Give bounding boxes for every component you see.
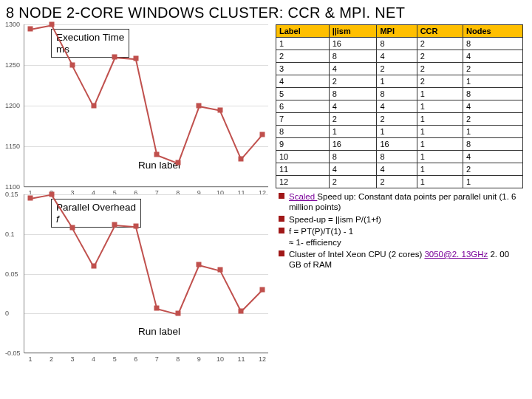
chart1-overlay-l1: Execution Time	[56, 32, 124, 43]
table-row: 28424	[276, 50, 523, 63]
overhead-chart: Parallel Overhead f Run label -0.0500.05…	[24, 194, 268, 353]
note-4: Cluster of Intel Xeon CPU (2 cores) 3050…	[279, 249, 523, 270]
table-row: 114412	[276, 163, 523, 176]
table-row: 9161618	[276, 138, 523, 151]
chart2-overlay: Parallel Overhead f	[51, 199, 141, 228]
table-row: 34222	[276, 63, 523, 75]
data-point	[260, 132, 265, 137]
note-2: Speed-up = ||ism P/(1+f)	[279, 214, 523, 225]
table-header: CCR	[417, 25, 463, 38]
table-row: 122211	[276, 176, 523, 188]
chart2-overlay-l1: Parallel Overhead	[56, 202, 136, 213]
table-header: MPI	[377, 25, 417, 38]
table-row: 64414	[276, 100, 523, 113]
table-header: Nodes	[463, 25, 523, 38]
charts-column: Execution Time ms Run label 110011501200…	[6, 24, 268, 353]
table-row: 108814	[276, 151, 523, 163]
chart2-overlay-l2: f	[56, 214, 59, 225]
note-1: Scaled Speed up: Constant data points pe…	[279, 191, 523, 213]
exec-time-chart: Execution Time ms Run label 110011501200…	[24, 24, 268, 187]
chart1-overlay: Execution Time ms	[51, 29, 129, 58]
slide-title: 8 NODE 2-CORE WINDOWS CLUSTER: CCR & MPI…	[6, 4, 526, 21]
chart2-runlabel: Run label	[135, 325, 183, 338]
data-point	[260, 287, 265, 293]
table-row: 116828	[276, 38, 523, 50]
notes-list: Scaled Speed up: Constant data points pe…	[276, 191, 523, 270]
table-row: 58818	[276, 88, 523, 100]
note-3: f = PT(P)/T(1) - 1≈ 1- efficiency	[279, 226, 523, 248]
right-column: Label||ismMPICCRNodes 116828284243422242…	[276, 24, 523, 353]
table-header: Label	[276, 25, 330, 38]
table-header: ||ism	[329, 25, 377, 38]
table-row: 81111	[276, 126, 523, 138]
table-row: 72212	[276, 113, 523, 126]
table-row: 42121	[276, 75, 523, 88]
runs-table: Label||ismMPICCRNodes 116828284243422242…	[276, 24, 523, 188]
